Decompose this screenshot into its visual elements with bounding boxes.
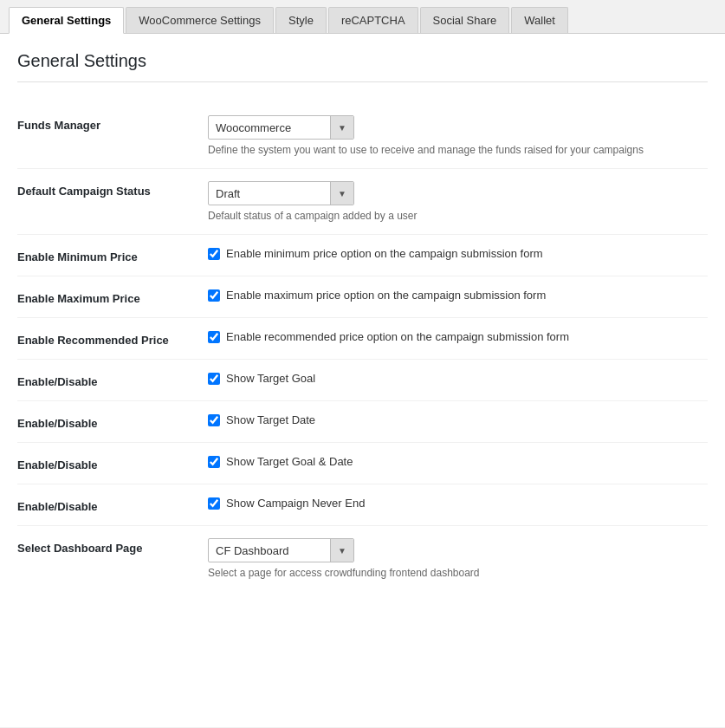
checkbox-row-enable-disable-never-end: Show Campaign Never End [208, 497, 708, 510]
checkbox-enable-maximum-price[interactable] [208, 289, 220, 302]
checkbox-enable-recommended-price[interactable] [208, 331, 220, 343]
settings-control-enable-disable-target-goal: Show Target Goal [208, 372, 708, 385]
select-wrapper-default-campaign-status: DraftPublishPending▼ [208, 181, 354, 205]
settings-row-enable-maximum-price: Enable Maximum PriceEnable maximum price… [17, 276, 708, 318]
settings-row-enable-recommended-price: Enable Recommended PriceEnable recommend… [17, 318, 708, 360]
settings-label-enable-maximum-price: Enable Maximum Price [17, 289, 208, 305]
settings-row-enable-disable-never-end: Enable/DisableShow Campaign Never End [17, 484, 708, 526]
checkbox-row-enable-disable-target-goal-date: Show Target Goal & Date [208, 455, 708, 468]
setting-description-select-dashboard-page: Select a page for access crowdfunding fr… [208, 567, 708, 579]
settings-label-enable-disable-target-date: Enable/Disable [17, 413, 208, 430]
settings-control-enable-recommended-price: Enable recommended price option on the c… [208, 330, 708, 343]
settings-row-enable-disable-target-goal-date: Enable/DisableShow Target Goal & Date [17, 443, 708, 484]
settings-row-select-dashboard-page: Select Dashboard PageCF Dashboard▼Select… [17, 526, 708, 591]
checkbox-row-enable-maximum-price: Enable maximum price option on the campa… [208, 289, 708, 302]
settings-label-select-dashboard-page: Select Dashboard Page [17, 538, 208, 555]
select-wrapper-funds-manager: Woocommerce▼ [208, 115, 354, 140]
tab-social-share[interactable]: Social Share [420, 7, 510, 33]
settings-control-enable-disable-never-end: Show Campaign Never End [208, 497, 708, 510]
settings-control-default-campaign-status: DraftPublishPending▼Default status of a … [208, 181, 708, 222]
settings-row-enable-disable-target-date: Enable/DisableShow Target Date [17, 401, 708, 443]
content-area: General Settings Funds ManagerWoocommerc… [0, 34, 725, 727]
settings-control-select-dashboard-page: CF Dashboard▼Select a page for access cr… [208, 538, 708, 579]
checkbox-label-enable-maximum-price: Enable maximum price option on the campa… [226, 289, 546, 302]
settings-label-enable-minimum-price: Enable Minimum Price [17, 247, 208, 263]
settings-row-funds-manager: Funds ManagerWoocommerce▼Define the syst… [17, 103, 708, 169]
checkbox-row-enable-disable-target-date: Show Target Date [208, 413, 708, 426]
tab-woocommerce-settings[interactable]: WooCommerce Settings [126, 7, 274, 33]
settings-label-enable-disable-target-goal: Enable/Disable [17, 372, 208, 388]
checkbox-label-enable-disable-target-date: Show Target Date [226, 413, 315, 426]
settings-row-enable-disable-target-goal: Enable/DisableShow Target Goal [17, 360, 708, 401]
settings-label-enable-disable-target-goal-date: Enable/Disable [17, 455, 208, 471]
settings-row-default-campaign-status: Default Campaign StatusDraftPublishPendi… [17, 169, 708, 235]
select-default-campaign-status[interactable]: DraftPublishPending [209, 182, 330, 205]
select-wrapper-select-dashboard-page: CF Dashboard▼ [208, 538, 354, 562]
tabs-bar: General SettingsWooCommerce SettingsStyl… [0, 0, 725, 34]
checkbox-enable-disable-target-goal-date[interactable] [208, 456, 220, 468]
select-select-dashboard-page[interactable]: CF Dashboard [209, 539, 330, 562]
settings-control-enable-maximum-price: Enable maximum price option on the campa… [208, 289, 708, 302]
settings-control-funds-manager: Woocommerce▼Define the system you want t… [208, 115, 708, 156]
page-title: General Settings [17, 51, 708, 71]
select-funds-manager[interactable]: Woocommerce [209, 116, 330, 139]
settings-label-default-campaign-status: Default Campaign Status [17, 181, 208, 198]
chevron-down-icon: ▼ [330, 539, 353, 562]
chevron-down-icon: ▼ [330, 182, 353, 205]
settings-label-enable-recommended-price: Enable Recommended Price [17, 330, 208, 347]
checkbox-label-enable-disable-never-end: Show Campaign Never End [226, 497, 365, 510]
settings-list: Funds ManagerWoocommerce▼Define the syst… [17, 103, 708, 591]
settings-label-funds-manager: Funds Manager [17, 115, 208, 132]
checkbox-label-enable-disable-target-goal-date: Show Target Goal & Date [226, 455, 353, 468]
checkbox-row-enable-recommended-price: Enable recommended price option on the c… [208, 330, 708, 343]
checkbox-row-enable-disable-target-goal: Show Target Goal [208, 372, 708, 385]
checkbox-enable-disable-target-goal[interactable] [208, 373, 220, 385]
chevron-down-icon: ▼ [330, 116, 353, 139]
checkbox-row-enable-minimum-price: Enable minimum price option on the campa… [208, 247, 708, 260]
checkbox-enable-disable-target-date[interactable] [208, 414, 220, 426]
tab-general-settings[interactable]: General Settings [9, 7, 124, 34]
checkbox-label-enable-minimum-price: Enable minimum price option on the campa… [226, 247, 543, 260]
settings-control-enable-disable-target-date: Show Target Date [208, 413, 708, 426]
settings-control-enable-minimum-price: Enable minimum price option on the campa… [208, 247, 708, 260]
checkbox-label-enable-recommended-price: Enable recommended price option on the c… [226, 330, 569, 343]
section-divider [17, 81, 708, 82]
settings-row-enable-minimum-price: Enable Minimum PriceEnable minimum price… [17, 235, 708, 276]
setting-description-default-campaign-status: Default status of a campaign added by a … [208, 210, 708, 222]
checkbox-label-enable-disable-target-goal: Show Target Goal [226, 372, 315, 385]
settings-label-enable-disable-never-end: Enable/Disable [17, 497, 208, 513]
tab-wallet[interactable]: Wallet [511, 7, 568, 33]
checkbox-enable-disable-never-end[interactable] [208, 497, 220, 510]
checkbox-enable-minimum-price[interactable] [208, 248, 220, 260]
tab-recaptcha[interactable]: reCAPTCHA [328, 7, 418, 33]
setting-description-funds-manager: Define the system you want to use to rec… [208, 144, 708, 156]
settings-control-enable-disable-target-goal-date: Show Target Goal & Date [208, 455, 708, 468]
tab-style[interactable]: Style [275, 7, 327, 33]
